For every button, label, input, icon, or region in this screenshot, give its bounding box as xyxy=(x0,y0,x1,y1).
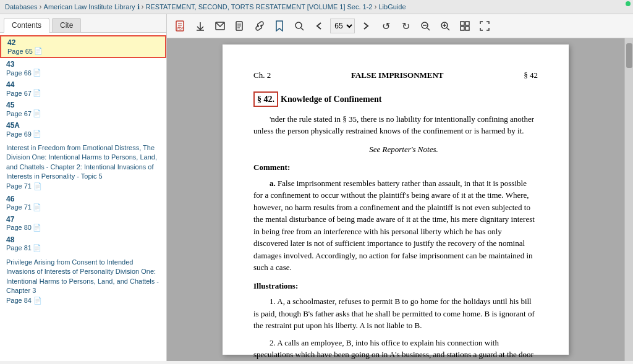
doc-section-title: § 42. Knowledge of Confinement xyxy=(253,91,538,107)
prev-icon-svg xyxy=(316,22,322,30)
toc-page-ref-46: Page 71 📄 xyxy=(6,203,160,211)
email-button[interactable] xyxy=(211,18,229,34)
zoom-out-icon-svg xyxy=(420,21,430,31)
link-button[interactable] xyxy=(251,18,268,34)
toc-section-num-48: 48 xyxy=(6,235,160,244)
toc-page-ref-47: Page 80 📄 xyxy=(6,224,160,232)
breadcrumb-sep-1: › xyxy=(40,2,42,11)
document-viewer: Ch. 2 FALSE IMPRISONMENT § 42 § 42. Know… xyxy=(167,38,624,361)
page-select[interactable]: 63 64 65 66 67 xyxy=(330,19,355,33)
tab-cite[interactable]: Cite xyxy=(52,18,81,32)
next-page-button[interactable] xyxy=(357,18,375,34)
bookmark-button[interactable] xyxy=(271,18,288,34)
rotate-left-button[interactable]: ↺ xyxy=(377,18,394,34)
toc-section-num-45a: 45A xyxy=(6,121,160,130)
download-button[interactable] xyxy=(192,18,209,34)
breadcrumb-databases[interactable]: Databases xyxy=(5,3,38,11)
toc-section-num-47: 47 xyxy=(6,215,160,224)
svg-line-20 xyxy=(447,28,449,30)
svg-rect-22 xyxy=(465,22,469,25)
bookmark-icon-svg xyxy=(275,20,284,32)
svg-line-13 xyxy=(301,28,304,30)
toc-section-label-1: Interest in Freedom from Emotional Distr… xyxy=(0,140,166,193)
pdf-icon-47: 📄 xyxy=(33,224,41,232)
pdf-icon-43: 📄 xyxy=(33,69,41,77)
svg-line-16 xyxy=(427,28,430,30)
svg-rect-21 xyxy=(461,22,464,25)
svg-rect-24 xyxy=(465,27,469,30)
rotate-right-button[interactable]: ↻ xyxy=(397,18,414,34)
toc-page-ref-43: Page 66 📄 xyxy=(6,69,160,77)
toc-item-46[interactable]: 46 Page 71 📄 xyxy=(0,193,166,213)
next-icon-svg xyxy=(363,22,369,30)
zoom-in-button[interactable] xyxy=(436,18,454,34)
sidebar: Contents Cite 42 Page 65 📄 43 Page 66 xyxy=(0,14,167,361)
doc-scrollbar[interactable] xyxy=(624,38,633,361)
toc-section-num-43: 43 xyxy=(6,60,160,69)
breadcrumb-sep-3: › xyxy=(375,2,377,11)
doc-rule-text: 'nder the rule stated in § 35, there is … xyxy=(253,113,538,137)
doc-button[interactable] xyxy=(231,18,249,34)
zoom-out-button[interactable] xyxy=(417,18,434,34)
doc-section-ref: § 42 xyxy=(524,69,538,82)
doc-illustration-1: 1. A, a schoolmaster, refuses to permit … xyxy=(253,295,538,332)
toc-item-44[interactable]: 44 Page 67 📄 xyxy=(0,78,166,99)
breadcrumb-sep-2: › xyxy=(142,2,144,11)
link-icon-svg xyxy=(255,21,265,31)
toc-item-48[interactable]: 48 Page 81 📄 xyxy=(0,234,166,254)
toc-page-ref-45a: Page 69 📄 xyxy=(6,130,160,138)
content-area: PDF xyxy=(167,14,633,361)
breadcrumb-libguide[interactable]: LibGuide xyxy=(379,3,406,11)
svg-text:PDF: PDF xyxy=(177,27,184,30)
doc-comment-a-label: a. xyxy=(270,179,276,188)
svg-rect-23 xyxy=(461,27,464,30)
svg-point-12 xyxy=(295,22,302,28)
doc-illustrations-label: Illustrations: xyxy=(253,280,538,292)
pdf-icon-48: 📄 xyxy=(33,244,41,252)
pdf-icon-42: 📄 xyxy=(34,47,43,55)
info-icon[interactable]: ℹ xyxy=(137,3,140,11)
pdf-icon-svg: PDF xyxy=(176,20,185,32)
doc-page: Ch. 2 FALSE IMPRISONMENT § 42 § 42. Know… xyxy=(223,44,569,355)
toc-item-42[interactable]: 42 Page 65 📄 xyxy=(0,35,166,58)
breadcrumb-restatement[interactable]: RESTATEMENT, SECOND, TORTS RESTATEMENT [… xyxy=(146,3,373,11)
breadcrumb: Databases › American Law Institute Libra… xyxy=(0,0,633,14)
fullscreen-button[interactable] xyxy=(476,18,493,34)
toc-item-45a[interactable]: 45A Page 69 📄 xyxy=(0,119,166,140)
toc-item-47[interactable]: 47 Page 80 📄 xyxy=(0,213,166,234)
prev-page-button[interactable] xyxy=(310,18,328,34)
email-icon-svg xyxy=(215,22,225,30)
pdf-icon-44: 📄 xyxy=(33,89,41,97)
pdf-icon-45: 📄 xyxy=(33,109,41,117)
section-box: § 42. xyxy=(253,91,278,107)
zoom-in-icon-svg xyxy=(440,21,450,31)
doc-icon-svg xyxy=(236,21,244,31)
toc-section-num: 42 xyxy=(7,38,159,47)
toc-section-num-46: 46 xyxy=(6,195,160,203)
search-button[interactable] xyxy=(291,18,308,34)
sidebar-toc: 42 Page 65 📄 43 Page 66 📄 44 xyxy=(0,33,166,361)
doc-comment-label: Comment: xyxy=(253,161,538,174)
pdf-icon-45a: 📄 xyxy=(33,130,41,138)
toc-page-ref-45: Page 67 📄 xyxy=(6,109,160,117)
breadcrumb-ali[interactable]: American Law Institute Library xyxy=(44,3,135,11)
pdf-icon-label1: 📄 xyxy=(33,182,42,190)
fullscreen-icon-svg xyxy=(480,21,490,31)
doc-illustration-2: 2. A calls an employee, B, into his offi… xyxy=(253,337,538,362)
toc-section-num-45: 45 xyxy=(6,101,160,109)
doc-page-header: Ch. 2 FALSE IMPRISONMENT § 42 xyxy=(253,69,538,82)
toc-section-num-44: 44 xyxy=(6,80,160,89)
toc-item-43[interactable]: 43 Page 66 📄 xyxy=(0,58,166,78)
pdf-button[interactable]: PDF xyxy=(172,18,189,34)
doc-chapter: Ch. 2 xyxy=(253,69,271,82)
doc-chapter-title: FALSE IMPRISONMENT xyxy=(351,69,444,82)
toc-page-ref-48: Page 81 📄 xyxy=(6,244,160,252)
grid-button[interactable] xyxy=(456,18,474,34)
tab-contents[interactable]: Contents xyxy=(4,18,49,33)
search-icon-svg xyxy=(294,21,304,31)
doc-see-notes: See Reporter's Notes. xyxy=(253,143,538,156)
toc-item-45[interactable]: 45 Page 67 📄 xyxy=(0,99,166,119)
toolbar: PDF xyxy=(167,14,633,38)
grid-icon-svg xyxy=(460,21,470,31)
scroll-thumb[interactable] xyxy=(626,43,632,68)
